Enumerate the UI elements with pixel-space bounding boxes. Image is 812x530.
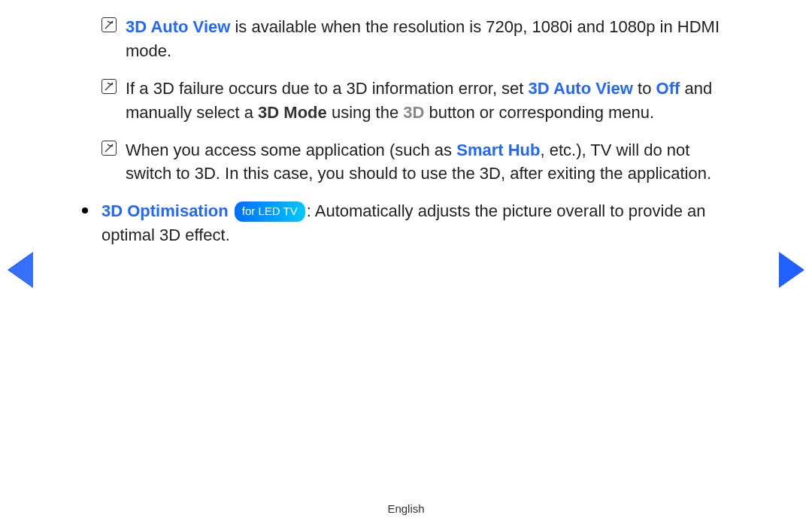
note-icon bbox=[102, 79, 117, 94]
next-page-arrow[interactable] bbox=[779, 252, 804, 288]
led-tv-pill: for LED TV bbox=[235, 201, 305, 222]
note-text: When you access some application (such a… bbox=[126, 141, 711, 183]
note-item: If a 3D failure occurs due to a 3D infor… bbox=[102, 77, 737, 125]
bullet-item: 3D Optimisation for LED TV: Automaticall… bbox=[77, 199, 737, 247]
note-icon bbox=[102, 17, 117, 32]
note-text: 3D Auto View is available when the resol… bbox=[126, 17, 720, 60]
page-content: 3D Auto View is available when the resol… bbox=[102, 15, 737, 247]
note-icon bbox=[102, 141, 117, 156]
feature-title: 3D Optimisation bbox=[102, 201, 229, 220]
note-item: 3D Auto View is available when the resol… bbox=[102, 15, 737, 63]
note-item: When you access some application (such a… bbox=[102, 138, 737, 186]
page-language-footer: English bbox=[0, 502, 812, 515]
prev-page-arrow[interactable] bbox=[8, 252, 33, 288]
note-text: If a 3D failure occurs due to a 3D infor… bbox=[126, 79, 712, 122]
bullet-text: 3D Optimisation for LED TV: Automaticall… bbox=[77, 199, 737, 247]
